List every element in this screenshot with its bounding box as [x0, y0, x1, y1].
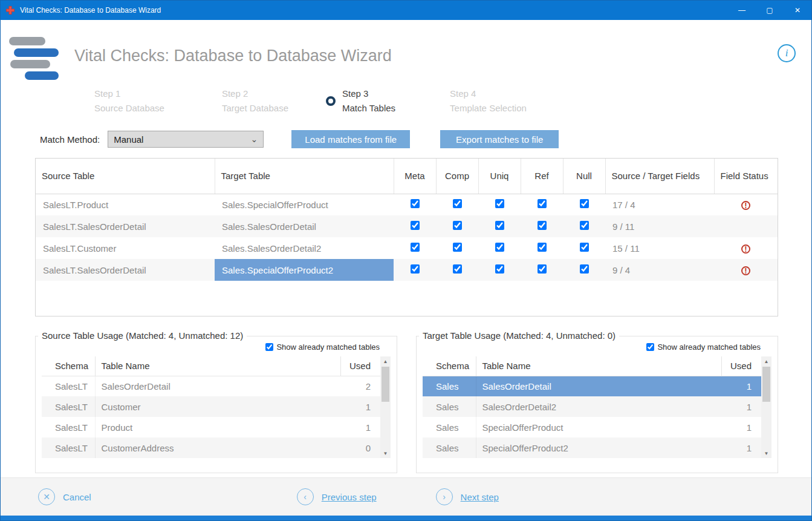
usage-row[interactable]: Sales SpecialOfferProduct 1	[423, 417, 761, 437]
match-table: Source Table Target Table Meta Comp Uniq…	[35, 158, 778, 316]
col-source-target-fields: Source / Target Fields	[605, 159, 714, 194]
source-show-matched-checkbox[interactable]	[265, 343, 273, 351]
fields-count-cell: 17 / 4	[605, 194, 714, 215]
chevron-right-icon: ›	[436, 488, 453, 505]
comp-checkbox[interactable]	[453, 264, 462, 274]
active-step-ring-icon	[326, 96, 336, 106]
fields-count-cell: 15 / 11	[605, 237, 714, 259]
scrollbar[interactable]: ▲ ▼	[380, 356, 391, 458]
export-matches-button[interactable]: Export matches to file	[440, 130, 559, 148]
target-usage-panel: Target Table Usage (Matched: 4, Unmatche…	[416, 336, 778, 473]
scroll-down-icon[interactable]: ▼	[761, 448, 771, 458]
col-field-status: Field Status	[714, 159, 778, 194]
meta-checkbox[interactable]	[411, 221, 420, 230]
info-icon[interactable]: i	[778, 44, 796, 62]
comp-checkbox[interactable]	[453, 243, 462, 252]
match-row[interactable]: SalesLT.Customer Sales.SalesOrderDetail2…	[36, 237, 778, 259]
source-table-cell[interactable]: SalesLT.SalesOrderDetail	[36, 259, 215, 281]
ref-checkbox[interactable]	[538, 221, 547, 230]
target-table-cell[interactable]: Sales.SalesOrderDetail	[215, 215, 394, 237]
app-window: Vital Checks: Database to Database Wizar…	[0, 0, 812, 521]
source-table-cell[interactable]: SalesLT.Product	[36, 194, 215, 215]
comp-checkbox[interactable]	[453, 221, 462, 230]
usage-row[interactable]: Sales SalesOrderDetail2 1	[423, 396, 761, 417]
page-title: Vital Checks: Database to Database Wizar…	[74, 47, 392, 65]
scroll-up-icon[interactable]: ▲	[380, 356, 391, 366]
source-table-cell[interactable]: SalesLT.SalesOrderDetail	[36, 215, 215, 237]
target-show-matched-checkbox[interactable]	[646, 343, 654, 351]
null-checkbox[interactable]	[580, 221, 589, 230]
col-source-table: Source Table	[36, 159, 215, 194]
scroll-down-icon[interactable]: ▼	[380, 448, 391, 458]
load-matches-button[interactable]: Load matches from file	[291, 130, 410, 148]
usage-row[interactable]: SalesLT Customer 1	[42, 396, 380, 417]
null-checkbox[interactable]	[580, 199, 589, 208]
source-usage-panel: Source Table Usage (Matched: 4, Unmatche…	[35, 336, 397, 473]
field-status-error-icon[interactable]: !	[741, 244, 750, 254]
target-table-cell-selected[interactable]: Sales.SpecialOfferProduct2	[215, 259, 394, 281]
usage-header-row: Schema Table Name Used	[42, 356, 380, 376]
uniq-checkbox[interactable]	[495, 199, 504, 208]
maximize-button[interactable]: ▢	[756, 1, 784, 20]
match-method-dropdown[interactable]: Manual ⌄	[108, 131, 264, 148]
match-header-row: Source Table Target Table Meta Comp Uniq…	[36, 159, 778, 194]
usage-row-selected[interactable]: Sales SalesOrderDetail 1	[423, 376, 761, 396]
scrollbar[interactable]: ▲ ▼	[761, 356, 771, 458]
col-schema: Schema	[423, 356, 476, 376]
match-row[interactable]: SalesLT.Product Sales.SpecialOfferProduc…	[36, 194, 778, 215]
next-step-button[interactable]: › Next step	[436, 488, 499, 505]
col-comp: Comp	[436, 159, 478, 194]
uniq-checkbox[interactable]	[495, 264, 504, 274]
col-target-table: Target Table	[215, 159, 394, 194]
step-4: Step 4 Template Selection	[450, 87, 527, 116]
match-method-label: Match Method:	[40, 134, 100, 145]
fields-count-cell: 9 / 11	[605, 215, 714, 237]
target-table-cell[interactable]: Sales.SpecialOfferProduct	[215, 194, 394, 215]
match-row-selected[interactable]: SalesLT.SalesOrderDetail Sales.SpecialOf…	[36, 259, 778, 281]
ref-checkbox[interactable]	[538, 264, 547, 274]
meta-checkbox[interactable]	[411, 199, 420, 208]
usage-row[interactable]: SalesLT Product 1	[42, 417, 380, 437]
app-cross-icon	[5, 5, 15, 15]
target-usage-title: Target Table Usage (Matched: 4, Unmatche…	[419, 330, 619, 341]
cancel-button[interactable]: ✕ Cancel	[38, 488, 91, 505]
col-table-name: Table Name	[476, 356, 721, 376]
step-3-active: Step 3 Match Tables	[326, 87, 395, 116]
col-schema: Schema	[42, 356, 95, 376]
source-show-matched[interactable]: Show already matched tables	[42, 342, 380, 352]
uniq-checkbox[interactable]	[495, 221, 504, 230]
comp-checkbox[interactable]	[453, 199, 462, 208]
field-status-error-icon[interactable]: !	[741, 201, 750, 210]
col-uniq: Uniq	[478, 159, 521, 194]
meta-checkbox[interactable]	[411, 264, 420, 274]
col-meta: Meta	[394, 159, 436, 194]
step-2: Step 2 Target Database	[222, 87, 288, 116]
scroll-up-icon[interactable]: ▲	[761, 356, 771, 366]
col-table-name: Table Name	[95, 356, 340, 376]
null-checkbox[interactable]	[580, 243, 589, 252]
col-null: Null	[563, 159, 605, 194]
scrollbar-thumb[interactable]	[382, 367, 389, 402]
col-ref: Ref	[521, 159, 563, 194]
close-button[interactable]: ✕	[784, 1, 811, 20]
scrollbar-thumb[interactable]	[762, 367, 770, 402]
uniq-checkbox[interactable]	[495, 243, 504, 252]
target-table-cell[interactable]: Sales.SalesOrderDetail2	[215, 237, 394, 259]
usage-header-row: Schema Table Name Used	[423, 356, 761, 376]
usage-row[interactable]: SalesLT CustomerAddress 0	[42, 437, 380, 458]
target-show-matched[interactable]: Show already matched tables	[423, 342, 761, 352]
step-1: Step 1 Source Database	[94, 87, 164, 116]
match-row[interactable]: SalesLT.SalesOrderDetail Sales.SalesOrde…	[36, 215, 778, 237]
meta-checkbox[interactable]	[411, 243, 420, 252]
usage-row[interactable]: Sales SpecialOfferProduct2 1	[423, 437, 761, 458]
source-usage-title: Source Table Usage (Matched: 4, Unmatche…	[38, 330, 247, 341]
source-table-cell[interactable]: SalesLT.Customer	[36, 237, 215, 259]
field-status-error-icon[interactable]: !	[741, 266, 750, 275]
ref-checkbox[interactable]	[538, 243, 547, 252]
usage-row[interactable]: SalesLT SalesOrderDetail 2	[42, 376, 380, 396]
null-checkbox[interactable]	[580, 264, 589, 274]
minimize-button[interactable]: —	[728, 1, 756, 20]
ref-checkbox[interactable]	[538, 199, 547, 208]
previous-step-button[interactable]: ‹ Previous step	[297, 488, 377, 505]
col-used: Used	[340, 356, 380, 376]
